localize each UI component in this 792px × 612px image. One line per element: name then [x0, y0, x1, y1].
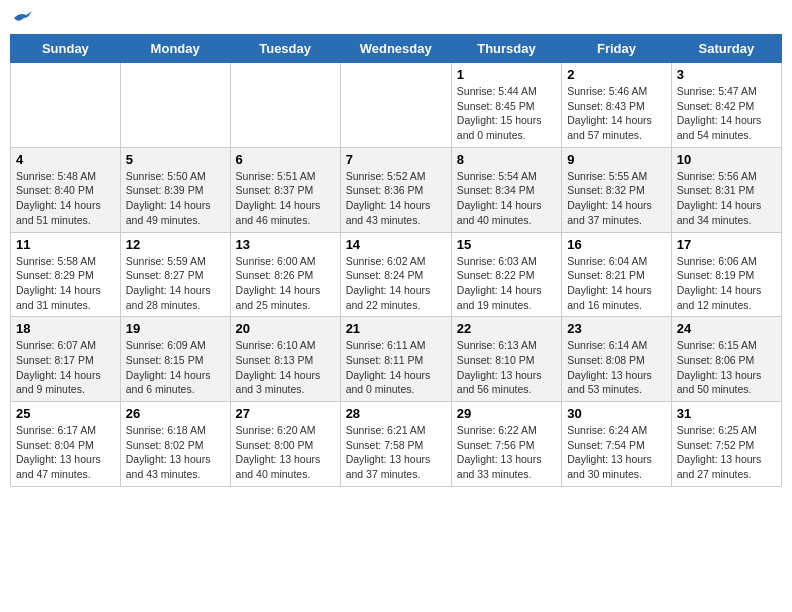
day-number: 2 — [567, 67, 666, 82]
calendar-cell: 4Sunrise: 5:48 AM Sunset: 8:40 PM Daylig… — [11, 147, 121, 232]
calendar-day-header: Wednesday — [340, 35, 451, 63]
calendar-cell: 17Sunrise: 6:06 AM Sunset: 8:19 PM Dayli… — [671, 232, 781, 317]
calendar-day-header: Sunday — [11, 35, 121, 63]
calendar-cell: 25Sunrise: 6:17 AM Sunset: 8:04 PM Dayli… — [11, 402, 121, 487]
day-number: 5 — [126, 152, 225, 167]
calendar-cell: 20Sunrise: 6:10 AM Sunset: 8:13 PM Dayli… — [230, 317, 340, 402]
day-info: Sunrise: 5:44 AM Sunset: 8:45 PM Dayligh… — [457, 84, 556, 143]
day-number: 9 — [567, 152, 666, 167]
day-number: 3 — [677, 67, 776, 82]
calendar-cell: 14Sunrise: 6:02 AM Sunset: 8:24 PM Dayli… — [340, 232, 451, 317]
day-number: 22 — [457, 321, 556, 336]
day-number: 17 — [677, 237, 776, 252]
day-info: Sunrise: 6:20 AM Sunset: 8:00 PM Dayligh… — [236, 423, 335, 482]
day-number: 13 — [236, 237, 335, 252]
day-info: Sunrise: 6:11 AM Sunset: 8:11 PM Dayligh… — [346, 338, 446, 397]
calendar-cell: 22Sunrise: 6:13 AM Sunset: 8:10 PM Dayli… — [451, 317, 561, 402]
day-number: 20 — [236, 321, 335, 336]
calendar-cell: 31Sunrise: 6:25 AM Sunset: 7:52 PM Dayli… — [671, 402, 781, 487]
day-number: 31 — [677, 406, 776, 421]
day-info: Sunrise: 6:15 AM Sunset: 8:06 PM Dayligh… — [677, 338, 776, 397]
day-number: 21 — [346, 321, 446, 336]
day-info: Sunrise: 5:47 AM Sunset: 8:42 PM Dayligh… — [677, 84, 776, 143]
calendar-cell: 9Sunrise: 5:55 AM Sunset: 8:32 PM Daylig… — [562, 147, 672, 232]
day-info: Sunrise: 5:54 AM Sunset: 8:34 PM Dayligh… — [457, 169, 556, 228]
calendar-cell: 24Sunrise: 6:15 AM Sunset: 8:06 PM Dayli… — [671, 317, 781, 402]
day-number: 6 — [236, 152, 335, 167]
calendar-week-row: 18Sunrise: 6:07 AM Sunset: 8:17 PM Dayli… — [11, 317, 782, 402]
day-number: 15 — [457, 237, 556, 252]
day-info: Sunrise: 6:09 AM Sunset: 8:15 PM Dayligh… — [126, 338, 225, 397]
calendar-cell: 7Sunrise: 5:52 AM Sunset: 8:36 PM Daylig… — [340, 147, 451, 232]
day-number: 28 — [346, 406, 446, 421]
calendar-cell: 6Sunrise: 5:51 AM Sunset: 8:37 PM Daylig… — [230, 147, 340, 232]
calendar-day-header: Monday — [120, 35, 230, 63]
day-info: Sunrise: 5:59 AM Sunset: 8:27 PM Dayligh… — [126, 254, 225, 313]
calendar-cell: 29Sunrise: 6:22 AM Sunset: 7:56 PM Dayli… — [451, 402, 561, 487]
calendar-week-row: 25Sunrise: 6:17 AM Sunset: 8:04 PM Dayli… — [11, 402, 782, 487]
calendar-cell — [230, 63, 340, 148]
day-info: Sunrise: 5:46 AM Sunset: 8:43 PM Dayligh… — [567, 84, 666, 143]
day-info: Sunrise: 6:24 AM Sunset: 7:54 PM Dayligh… — [567, 423, 666, 482]
calendar-cell: 11Sunrise: 5:58 AM Sunset: 8:29 PM Dayli… — [11, 232, 121, 317]
day-info: Sunrise: 6:14 AM Sunset: 8:08 PM Dayligh… — [567, 338, 666, 397]
day-info: Sunrise: 5:52 AM Sunset: 8:36 PM Dayligh… — [346, 169, 446, 228]
calendar-cell: 8Sunrise: 5:54 AM Sunset: 8:34 PM Daylig… — [451, 147, 561, 232]
day-info: Sunrise: 5:58 AM Sunset: 8:29 PM Dayligh… — [16, 254, 115, 313]
calendar-day-header: Thursday — [451, 35, 561, 63]
calendar-cell — [340, 63, 451, 148]
day-info: Sunrise: 5:56 AM Sunset: 8:31 PM Dayligh… — [677, 169, 776, 228]
calendar-cell: 10Sunrise: 5:56 AM Sunset: 8:31 PM Dayli… — [671, 147, 781, 232]
day-number: 10 — [677, 152, 776, 167]
day-number: 23 — [567, 321, 666, 336]
calendar-day-header: Friday — [562, 35, 672, 63]
calendar-header-row: SundayMondayTuesdayWednesdayThursdayFrid… — [11, 35, 782, 63]
calendar-cell: 2Sunrise: 5:46 AM Sunset: 8:43 PM Daylig… — [562, 63, 672, 148]
calendar-cell: 12Sunrise: 5:59 AM Sunset: 8:27 PM Dayli… — [120, 232, 230, 317]
calendar-cell: 26Sunrise: 6:18 AM Sunset: 8:02 PM Dayli… — [120, 402, 230, 487]
calendar-cell: 23Sunrise: 6:14 AM Sunset: 8:08 PM Dayli… — [562, 317, 672, 402]
calendar-cell: 21Sunrise: 6:11 AM Sunset: 8:11 PM Dayli… — [340, 317, 451, 402]
calendar-cell: 27Sunrise: 6:20 AM Sunset: 8:00 PM Dayli… — [230, 402, 340, 487]
day-number: 30 — [567, 406, 666, 421]
day-number: 4 — [16, 152, 115, 167]
day-number: 1 — [457, 67, 556, 82]
calendar-cell: 1Sunrise: 5:44 AM Sunset: 8:45 PM Daylig… — [451, 63, 561, 148]
day-info: Sunrise: 5:48 AM Sunset: 8:40 PM Dayligh… — [16, 169, 115, 228]
calendar-cell: 5Sunrise: 5:50 AM Sunset: 8:39 PM Daylig… — [120, 147, 230, 232]
day-number: 7 — [346, 152, 446, 167]
calendar-cell: 19Sunrise: 6:09 AM Sunset: 8:15 PM Dayli… — [120, 317, 230, 402]
calendar-cell: 30Sunrise: 6:24 AM Sunset: 7:54 PM Dayli… — [562, 402, 672, 487]
logo — [10, 10, 32, 26]
day-info: Sunrise: 6:07 AM Sunset: 8:17 PM Dayligh… — [16, 338, 115, 397]
calendar-cell: 18Sunrise: 6:07 AM Sunset: 8:17 PM Dayli… — [11, 317, 121, 402]
day-info: Sunrise: 6:17 AM Sunset: 8:04 PM Dayligh… — [16, 423, 115, 482]
day-info: Sunrise: 6:04 AM Sunset: 8:21 PM Dayligh… — [567, 254, 666, 313]
calendar-week-row: 11Sunrise: 5:58 AM Sunset: 8:29 PM Dayli… — [11, 232, 782, 317]
day-info: Sunrise: 5:50 AM Sunset: 8:39 PM Dayligh… — [126, 169, 225, 228]
day-number: 24 — [677, 321, 776, 336]
day-info: Sunrise: 6:02 AM Sunset: 8:24 PM Dayligh… — [346, 254, 446, 313]
calendar-cell: 15Sunrise: 6:03 AM Sunset: 8:22 PM Dayli… — [451, 232, 561, 317]
calendar-cell — [120, 63, 230, 148]
day-info: Sunrise: 6:13 AM Sunset: 8:10 PM Dayligh… — [457, 338, 556, 397]
day-number: 16 — [567, 237, 666, 252]
day-number: 29 — [457, 406, 556, 421]
day-info: Sunrise: 6:03 AM Sunset: 8:22 PM Dayligh… — [457, 254, 556, 313]
logo-bird-icon — [12, 10, 32, 26]
day-info: Sunrise: 6:06 AM Sunset: 8:19 PM Dayligh… — [677, 254, 776, 313]
day-number: 12 — [126, 237, 225, 252]
day-number: 19 — [126, 321, 225, 336]
day-info: Sunrise: 6:10 AM Sunset: 8:13 PM Dayligh… — [236, 338, 335, 397]
day-number: 25 — [16, 406, 115, 421]
page-header — [10, 10, 782, 26]
calendar-cell: 28Sunrise: 6:21 AM Sunset: 7:58 PM Dayli… — [340, 402, 451, 487]
calendar-week-row: 4Sunrise: 5:48 AM Sunset: 8:40 PM Daylig… — [11, 147, 782, 232]
calendar-cell: 16Sunrise: 6:04 AM Sunset: 8:21 PM Dayli… — [562, 232, 672, 317]
day-number: 14 — [346, 237, 446, 252]
day-number: 27 — [236, 406, 335, 421]
calendar-day-header: Saturday — [671, 35, 781, 63]
calendar-day-header: Tuesday — [230, 35, 340, 63]
calendar-cell: 3Sunrise: 5:47 AM Sunset: 8:42 PM Daylig… — [671, 63, 781, 148]
day-info: Sunrise: 5:51 AM Sunset: 8:37 PM Dayligh… — [236, 169, 335, 228]
